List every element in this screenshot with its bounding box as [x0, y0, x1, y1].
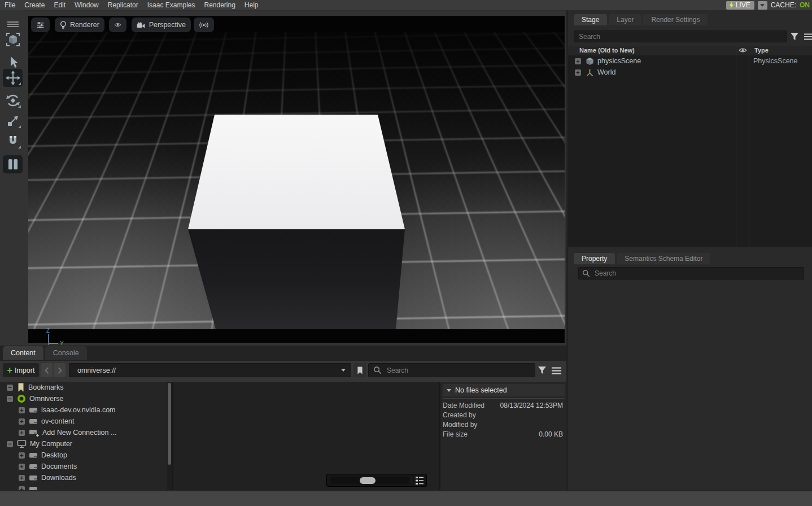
stage-table-header[interactable]: Name (Old to New) Type — [568, 46, 812, 55]
filter-icon[interactable] — [790, 32, 800, 41]
move-tool[interactable] — [3, 69, 23, 87]
expand-icon[interactable]: + — [19, 464, 25, 470]
tree-item-label: isaac-dev.ov.nvidia.com — [41, 406, 116, 414]
tab-console[interactable]: Console — [45, 346, 87, 360]
viewport-settings-button[interactable] — [31, 18, 50, 32]
cube-top-face[interactable] — [188, 115, 405, 229]
chevron-left-icon — [45, 367, 49, 374]
menu-edit[interactable]: Edit — [49, 1, 70, 9]
file-size-label: File size — [443, 430, 468, 438]
tree-item-downloads[interactable]: +Downloads — [0, 472, 172, 483]
tree-item-ov-content[interactable]: +ov-content — [0, 416, 172, 427]
list-view-icon[interactable] — [415, 476, 424, 485]
path-input[interactable] — [69, 363, 351, 377]
content-options-icon[interactable] — [552, 367, 561, 374]
tree-item-label: My Computer — [30, 440, 72, 448]
drive-icon — [29, 451, 38, 460]
drive-add-icon — [29, 428, 39, 437]
tree-item-label: Bookmarks — [28, 383, 64, 391]
tab-render-settings[interactable]: Render Settings — [643, 14, 708, 25]
renderer-dropdown[interactable]: Renderer — [55, 18, 104, 32]
column-name[interactable]: Name (Old to New) — [579, 47, 635, 54]
forward-button[interactable] — [54, 363, 66, 377]
tree-item-partial[interactable]: + — [0, 483, 172, 490]
cube-front-face[interactable] — [188, 229, 405, 329]
selection-header[interactable]: No files selected — [443, 384, 565, 396]
scrollbar-thumb[interactable] — [168, 383, 171, 465]
tab-semantics-schema-editor[interactable]: Semantics Schema Editor — [617, 253, 710, 264]
tree-item-add-new-connection-[interactable]: +Add New Connection ... — [0, 427, 172, 438]
axis-icon — [586, 68, 594, 77]
prim-name[interactable]: physicsScene — [597, 57, 641, 65]
expand-icon[interactable]: − — [7, 441, 13, 447]
stage-row-World[interactable]: +World — [568, 67, 812, 78]
broadcast-button[interactable] — [194, 18, 214, 32]
tree-item-documents[interactable]: +Documents — [0, 461, 172, 472]
import-button[interactable]: + Import — [3, 363, 39, 377]
column-type[interactable]: Type — [754, 47, 769, 54]
menu-file[interactable]: File — [0, 1, 20, 9]
stage-options-icon[interactable] — [804, 33, 812, 40]
menu-bar: FileCreateEditWindowReplicatorIsaac Exam… — [0, 0, 812, 11]
slider-handle[interactable] — [360, 477, 376, 484]
expand-icon[interactable]: + — [19, 430, 25, 436]
expand-icon[interactable]: + — [575, 69, 581, 76]
menu-isaac-examples[interactable]: Isaac Examples — [143, 1, 200, 9]
drive-icon — [29, 417, 38, 426]
prim-name[interactable]: World — [597, 68, 615, 76]
tree-item-label: Desktop — [41, 451, 67, 459]
tree-scrollbar[interactable] — [167, 382, 172, 490]
select-tool-icon — [6, 55, 20, 69]
viewport-canvas[interactable]: Z Y X — [28, 32, 565, 329]
menu-handle-icon — [7, 21, 19, 28]
stage-row-physicsScene[interactable]: +physicsScenePhysicsScene — [568, 55, 812, 67]
snap-tool[interactable] — [3, 132, 23, 150]
live-button[interactable]: LIVE — [726, 1, 754, 10]
tree-item-omniverse[interactable]: −Omniverse — [0, 393, 172, 404]
tree-item-label: Downloads — [41, 474, 76, 482]
live-dropdown-button[interactable] — [758, 1, 767, 10]
menu-create[interactable]: Create — [20, 1, 49, 9]
select-mode[interactable] — [3, 30, 23, 49]
filter-icon[interactable] — [538, 366, 547, 375]
expand-icon[interactable]: + — [19, 475, 25, 481]
property-search-input[interactable] — [578, 267, 804, 280]
tab-content[interactable]: Content — [3, 346, 43, 360]
rotate-tool[interactable] — [3, 91, 23, 110]
tree-item-bookmarks[interactable]: −Bookmarks — [0, 382, 172, 393]
path-dropdown-icon[interactable] — [341, 369, 346, 372]
file-grid-area[interactable] — [173, 382, 439, 490]
camera-dropdown[interactable]: Perspective — [132, 18, 191, 32]
lightbulb-icon — [60, 20, 67, 30]
expand-icon[interactable]: + — [19, 407, 25, 413]
expand-icon[interactable]: − — [7, 396, 13, 402]
tree-item-my-computer[interactable]: −My Computer — [0, 438, 172, 450]
search-icon — [373, 366, 382, 374]
tree-item-desktop[interactable]: +Desktop — [0, 450, 172, 461]
visibility-button[interactable] — [109, 18, 126, 32]
menu-replicator[interactable]: Replicator — [103, 1, 143, 9]
expand-icon[interactable]: + — [19, 452, 25, 459]
expand-icon[interactable]: + — [575, 58, 581, 64]
expand-icon[interactable]: + — [19, 486, 25, 491]
content-search-input[interactable] — [368, 363, 535, 377]
camera-label: Perspective — [149, 21, 186, 29]
menu-help[interactable]: Help — [240, 1, 263, 9]
tree-item-isaac-dev-ov-nvidia-com[interactable]: +isaac-dev.ov.nvidia.com — [0, 404, 172, 416]
thumbnail-size-slider[interactable] — [330, 477, 409, 484]
expand-icon[interactable]: − — [7, 385, 13, 391]
stage-tree: +physicsScenePhysicsScene+World — [568, 55, 812, 247]
back-button[interactable] — [41, 363, 53, 377]
bookmark-button[interactable] — [353, 363, 366, 377]
tab-stage[interactable]: Stage — [574, 14, 607, 25]
scale-tool[interactable] — [3, 112, 23, 130]
stage-search-input[interactable] — [574, 30, 787, 42]
scale-tool-icon — [6, 114, 20, 128]
tab-property[interactable]: Property — [574, 253, 615, 264]
tab-layer[interactable]: Layer — [609, 14, 641, 25]
menu-window[interactable]: Window — [70, 1, 103, 9]
pause-button-icon — [6, 158, 20, 171]
menu-rendering[interactable]: Rendering — [199, 1, 239, 9]
pause-button[interactable] — [3, 155, 23, 173]
expand-icon[interactable]: + — [19, 418, 25, 425]
